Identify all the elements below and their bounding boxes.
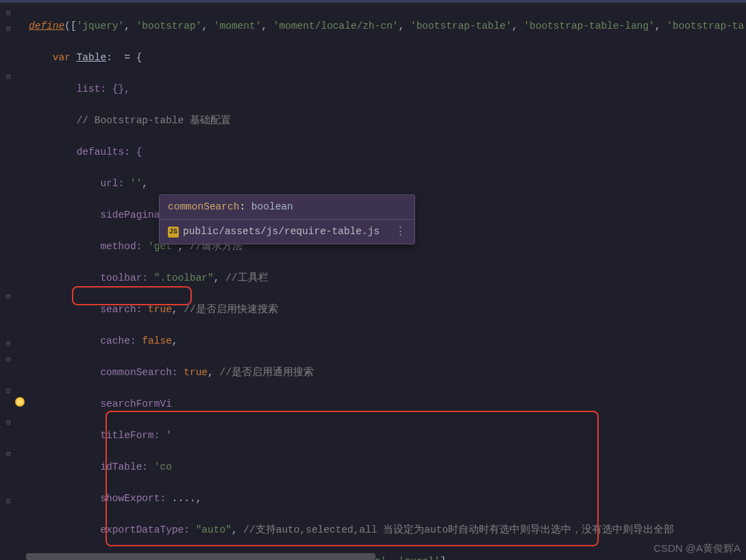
fold-marker[interactable]: ⊟ <box>3 5 14 16</box>
fold-marker[interactable]: ⊟ <box>3 289 14 300</box>
editor-gutter: ⊟ ⊟ ⊟ ⊟ ⊟ ⊟ ⊡ ⊟ ⊟ ⊡ <box>0 3 26 560</box>
code-line[interactable]: list: {}, <box>26 81 746 97</box>
code-line[interactable]: search: true, //是否启用快速搜索 <box>26 302 746 318</box>
intention-bulb-icon[interactable] <box>15 397 25 407</box>
code-line[interactable]: idTable: 'co <box>26 459 746 475</box>
horizontal-scrollbar[interactable] <box>26 553 375 560</box>
code-line[interactable]: searchFormVi <box>26 396 746 412</box>
fold-marker[interactable]: ⊟ <box>3 415 14 426</box>
js-file-icon: JS <box>168 227 179 238</box>
code-line[interactable]: cache: false, <box>26 333 746 349</box>
code-line[interactable]: define(['jquery', 'bootstrap', 'moment',… <box>26 18 746 34</box>
popup-signature: commonSearch: boolean <box>160 195 414 220</box>
fold-marker[interactable]: ⊟ <box>3 69 14 80</box>
fold-marker[interactable]: ⊟ <box>3 21 14 32</box>
fold-marker[interactable]: ⊟ <box>3 352 14 363</box>
code-line[interactable]: showExport: ...., <box>26 491 746 507</box>
fold-marker[interactable]: ⊡ <box>3 383 14 394</box>
code-line[interactable]: toolbar: ".toolbar", //工具栏 <box>26 270 746 286</box>
popup-file-row: JS public/assets/js/require-table.js ⋮ <box>160 220 414 244</box>
code-editor[interactable]: define(['jquery', 'bootstrap', 'moment',… <box>26 3 746 560</box>
code-line[interactable]: commonSearch: true, //是否启用通用搜索 <box>26 365 746 381</box>
code-line[interactable]: // Bootstrap-table 基础配置 <box>26 113 746 129</box>
popup-more-icon[interactable]: ⋮ <box>395 224 406 240</box>
fold-marker[interactable]: ⊟ <box>3 336 14 347</box>
popup-file-path: public/assets/js/require-table.js <box>183 224 380 240</box>
quick-doc-popup[interactable]: commonSearch: boolean JS public/assets/j… <box>159 194 415 244</box>
fold-marker[interactable]: ⊡ <box>3 494 14 505</box>
code-line[interactable]: var Table: = { <box>26 50 746 66</box>
fold-marker[interactable]: ⊟ <box>3 446 14 457</box>
code-line[interactable]: exportDataType: "auto", //支持auto,selecte… <box>26 522 746 538</box>
code-line[interactable]: titleForm: ' <box>26 428 746 444</box>
code-line[interactable]: defaults: { <box>26 144 746 160</box>
code-line[interactable]: url: '', <box>26 176 746 192</box>
